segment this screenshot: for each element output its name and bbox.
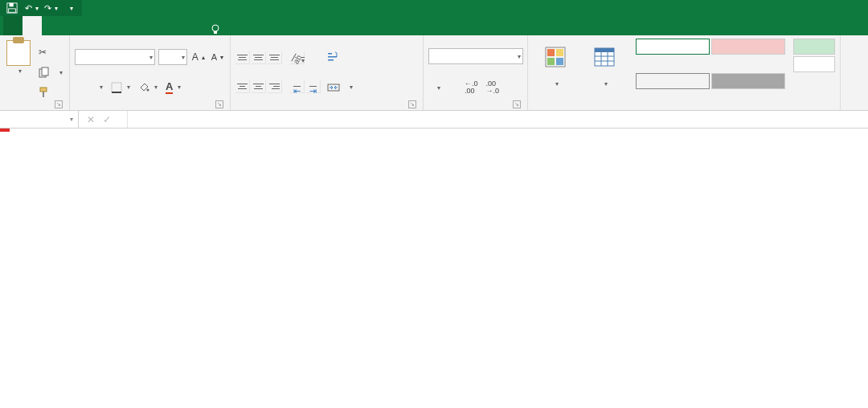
format-as-table-button[interactable]: ▾: [582, 39, 626, 96]
bucket-icon: [138, 82, 149, 93]
formula-display-row: [0, 129, 10, 132]
font-color-button[interactable]: A▾: [162, 79, 185, 96]
align-left-button[interactable]: [235, 80, 250, 93]
group-label-clipboard: ↘: [5, 106, 64, 110]
format-painter-button[interactable]: [37, 86, 64, 99]
style-normal[interactable]: [636, 39, 710, 55]
paste-button[interactable]: ▾: [5, 39, 32, 106]
svg-rect-8: [43, 92, 44, 97]
merge-icon: [327, 82, 340, 93]
borders-button[interactable]: ▾: [107, 79, 134, 96]
svg-rect-20: [556, 58, 563, 65]
svg-rect-18: [556, 49, 563, 56]
svg-rect-12: [328, 53, 332, 55]
group-alignment: ab▾ ⇤ ⇥: [231, 35, 424, 110]
bold-button[interactable]: [75, 79, 83, 96]
svg-rect-4: [214, 31, 217, 34]
style-good[interactable]: [793, 39, 835, 55]
svg-rect-22: [595, 48, 614, 52]
group-label-number: ↘: [428, 106, 522, 110]
formula-bar-buttons: ✕ ✓: [79, 111, 127, 128]
name-box[interactable]: ▾: [0, 111, 79, 128]
enter-formula-icon[interactable]: ✓: [103, 114, 111, 125]
fill-color-button[interactable]: ▾: [134, 79, 162, 96]
svg-rect-1: [10, 3, 14, 6]
tab-data[interactable]: [100, 16, 119, 35]
svg-rect-17: [547, 49, 555, 56]
tab-help[interactable]: [177, 16, 196, 35]
tab-developer[interactable]: [158, 16, 177, 35]
merge-center-button[interactable]: ▾: [326, 81, 354, 94]
align-middle-button[interactable]: [252, 51, 266, 64]
style-bad[interactable]: [711, 39, 785, 55]
cell-styles-gallery[interactable]: [636, 39, 788, 106]
quick-access-toolbar: ↶▾ ↷▾ ▾: [0, 0, 82, 16]
underline-button[interactable]: ▾: [91, 79, 107, 96]
tell-me[interactable]: [196, 24, 225, 35]
comma-format-button[interactable]: [452, 79, 461, 96]
increase-decimal-button[interactable]: ←.0.00: [461, 79, 482, 96]
conditional-formatting-icon: [544, 46, 567, 68]
dialog-launcher-icon[interactable]: ↘: [513, 100, 521, 108]
group-styles: [631, 35, 841, 110]
style-check-cell[interactable]: [711, 73, 785, 89]
font-size-select[interactable]: ▾: [158, 49, 187, 65]
worksheet[interactable]: [0, 129, 868, 408]
formula-bar-row: ▾ ✕ ✓: [0, 111, 868, 129]
wrap-text-button[interactable]: [326, 51, 354, 63]
paintbrush-icon: [39, 87, 50, 98]
qat-customize-icon[interactable]: ▾: [63, 2, 77, 14]
align-center-button[interactable]: [252, 80, 266, 93]
tab-view[interactable]: [138, 16, 158, 35]
formula-bar[interactable]: [127, 111, 868, 128]
tab-page-layout[interactable]: [61, 16, 80, 35]
spacer: [533, 96, 626, 110]
chevron-down-icon: ▾: [59, 69, 63, 76]
style-calculation[interactable]: [636, 73, 710, 89]
title-bar: ↶▾ ↷▾ ▾: [0, 0, 868, 16]
conditional-formatting-button[interactable]: ▾: [533, 39, 577, 96]
increase-indent-button[interactable]: ⇥: [306, 80, 321, 93]
scissors-icon: ✂: [39, 47, 47, 58]
svg-point-11: [147, 88, 149, 91]
tab-home[interactable]: [23, 16, 42, 35]
chevron-down-icon: ▾: [18, 67, 22, 75]
svg-rect-14: [328, 59, 334, 61]
undo-icon[interactable]: ↶▾: [24, 2, 39, 14]
copy-button[interactable]: ▾: [37, 66, 64, 79]
orientation-button[interactable]: ab▾: [290, 51, 305, 64]
decrease-font-button[interactable]: A▾: [210, 51, 225, 63]
cut-button[interactable]: ✂: [37, 46, 64, 59]
accounting-format-button[interactable]: ▾: [428, 79, 444, 96]
tab-review[interactable]: [119, 16, 138, 35]
copy-icon: [39, 67, 50, 78]
font-family-select[interactable]: ▾: [75, 49, 155, 65]
align-right-button[interactable]: [268, 80, 282, 93]
svg-rect-9: [112, 83, 121, 92]
decrease-indent-button[interactable]: ⇤: [290, 80, 305, 93]
tab-formulas[interactable]: [80, 16, 100, 35]
align-top-button[interactable]: [235, 51, 250, 64]
italic-button[interactable]: [83, 79, 91, 96]
ribbon-tabs: [0, 16, 868, 35]
increase-font-button[interactable]: A▴: [190, 51, 207, 63]
save-icon[interactable]: [5, 2, 19, 14]
number-format-select[interactable]: ▾: [428, 48, 523, 64]
tab-file[interactable]: [3, 16, 23, 35]
percent-format-button[interactable]: [444, 79, 452, 96]
dialog-launcher-icon[interactable]: ↘: [408, 100, 416, 108]
group-number: ▾ ▾ ←.0.00 .00→.0 ↘: [424, 35, 528, 110]
style-explanatory[interactable]: [793, 56, 835, 72]
tab-insert[interactable]: [42, 16, 61, 35]
redo-icon[interactable]: ↷▾: [43, 2, 58, 14]
align-bottom-button[interactable]: [268, 51, 282, 64]
clipboard-icon: [6, 40, 31, 66]
table-icon: [593, 46, 616, 68]
decrease-decimal-button[interactable]: .00→.0: [482, 79, 504, 96]
cancel-formula-icon[interactable]: ✕: [87, 114, 95, 125]
dialog-launcher-icon[interactable]: ↘: [55, 100, 63, 108]
ribbon: ▾ ✂ ▾: [0, 35, 868, 111]
dialog-launcher-icon[interactable]: ↘: [215, 100, 223, 108]
group-label-alignment: ↘: [235, 106, 418, 110]
svg-rect-13: [328, 56, 337, 58]
